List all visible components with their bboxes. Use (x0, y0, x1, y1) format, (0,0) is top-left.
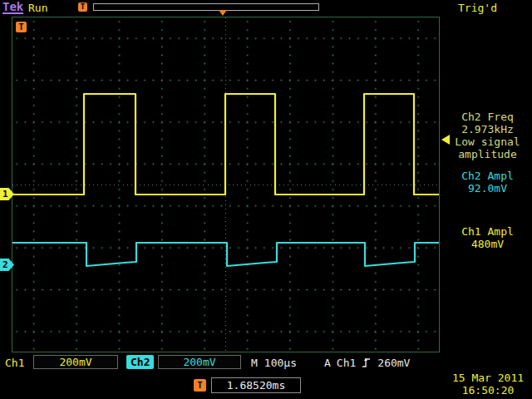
measurement-line: Low signal (443, 135, 532, 148)
measurement-line: 92.0mV (443, 182, 532, 195)
ch1-scale-label: Ch1 (5, 357, 24, 369)
timebase-value: 100µs (264, 357, 297, 369)
measurement-line: amplitude (443, 148, 532, 160)
rising-edge-icon (362, 357, 372, 369)
ch1-trace (12, 94, 439, 195)
trigger-mode-label: A (324, 357, 331, 369)
measurement-line: Ch2 Ampl (443, 170, 532, 182)
trigger-status: Trig'd (458, 2, 497, 14)
trigger-position-arrow-icon (219, 10, 227, 16)
measurement-ch2-ampl: Ch2 Ampl 92.0mV (443, 170, 532, 195)
graticule-trigger-t-icon: T (16, 22, 27, 32)
measurement-line: 2.973kHz (443, 123, 532, 135)
time-value: 16:50:20 (444, 384, 532, 397)
waveform-canvas (12, 17, 439, 352)
trigger-source: Ch1 (337, 357, 356, 369)
ch2-trace (12, 243, 439, 266)
timebase-readout: M100µs (251, 357, 303, 369)
ch2-scale-value: 200mV (158, 355, 241, 369)
graticule: T (12, 17, 440, 352)
trigger-t-icon: T (78, 2, 87, 12)
oscilloscope-screen: Tek Run T Trig'd T 1 2 Ch2 Freq 2.973kHz… (0, 0, 532, 399)
ch1-scale-value: 200mV (33, 355, 118, 369)
datetime-readout: 15 Mar 2011 16:50:20 (444, 372, 532, 397)
trigger-level-value: 260mV (377, 357, 410, 369)
measurement-ch1-ampl: Ch1 Ampl 480mV (443, 225, 532, 250)
tek-logo: Tek (2, 1, 23, 14)
delay-time-readout: 1.68520ms (211, 377, 301, 393)
ch2-scale-label: Ch2 (126, 355, 154, 369)
trigger-readout: ACh1260mV (324, 357, 416, 369)
measurement-line: 480mV (443, 238, 532, 250)
measurement-line: Ch1 Ampl (443, 225, 532, 238)
acquisition-status: Run (28, 2, 47, 14)
measurement-ch2-freq: Ch2 Freq 2.973kHz Low signal amplitude (443, 111, 532, 160)
date-value: 15 Mar 2011 (444, 372, 532, 384)
delay-t-icon: T (194, 379, 206, 392)
record-view-bar (93, 3, 319, 11)
measurement-line: Ch2 Freq (443, 111, 532, 123)
timebase-label: M (251, 357, 258, 369)
